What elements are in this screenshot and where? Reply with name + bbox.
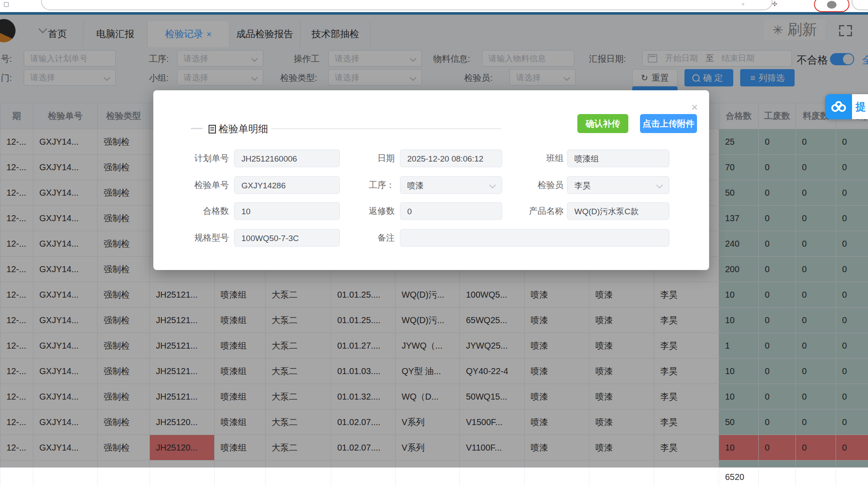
netdisk-widget[interactable]: 提 [825, 94, 868, 119]
summary-cell [589, 468, 654, 486]
upload-attachment-button[interactable]: 点击上传附件 [640, 114, 697, 133]
order-no-field[interactable]: GXJY14286 [234, 176, 340, 194]
browser-icon[interactable]: ▢ [3, 1, 10, 7]
close-icon[interactable]: × [691, 102, 698, 113]
bookmark-icon[interactable]: ▫ [742, 1, 749, 7]
plan-no-field-label: 计划单号 [173, 149, 229, 167]
address-bar[interactable] [41, 0, 773, 10]
inspector-field-select[interactable]: 李昊 [567, 176, 669, 194]
profile-avatar[interactable] [814, 0, 849, 12]
summary-cell [460, 468, 525, 486]
qualified-field[interactable]: 10 [234, 202, 340, 220]
process-field-select[interactable]: 喷漆 [400, 176, 502, 194]
repair-field-label: 返修数 [339, 202, 395, 220]
summary-cell [759, 468, 796, 486]
repair-field[interactable]: 0 [400, 202, 502, 220]
order-no-field-label: 检验单号 [173, 176, 229, 194]
team-field-label: 班组 [507, 149, 564, 167]
summary-cell [654, 468, 719, 486]
summary-qualified-total: 6520 [719, 468, 759, 486]
browser-menu-pill[interactable] [852, 0, 868, 10]
summary-cell [266, 468, 331, 486]
spec-field-label: 规格型号 [173, 229, 229, 247]
screen: 首页电脑汇报检验记录×成品检验报告技术部抽检 ✳ 刷新 号: 请输入计划单号 工… [0, 0, 868, 486]
summary-cell [525, 468, 589, 486]
process-field-label: 工序： [339, 176, 395, 194]
document-icon [209, 125, 216, 133]
summary-row: 6520 [0, 467, 868, 486]
summary-cell [150, 468, 215, 486]
summary-cell [796, 468, 836, 486]
cloud-icon [825, 94, 852, 119]
qualified-field-label: 合格数 [173, 202, 229, 220]
date-field-label: 日期 [339, 149, 395, 167]
summary-cell [836, 468, 868, 486]
remark-field-label: 备注 [339, 229, 395, 247]
title-divider [271, 128, 501, 129]
netdisk-label: 提 [852, 94, 868, 119]
summary-cell [215, 468, 266, 486]
title-dash [191, 128, 203, 129]
product-field[interactable]: WQ(D)污水泵C款 [567, 202, 669, 220]
spec-field[interactable]: 100WQ50-7-3C [234, 229, 340, 247]
summary-cell [33, 468, 98, 486]
summary-cell [98, 468, 150, 486]
product-field-label: 产品名称 [507, 202, 564, 220]
summary-cell [0, 468, 33, 486]
summary-cell [396, 468, 460, 486]
remark-field[interactable] [400, 229, 669, 247]
modal-title: 检验单明细 [209, 122, 268, 136]
avatar-icon [827, 1, 836, 9]
summary-table-row: 6520 [0, 468, 868, 486]
date-field[interactable]: 2025-12-20 08:06:12 [400, 149, 502, 167]
inspector-field-label: 检验员 [507, 176, 564, 194]
inspection-detail-modal: × 确认补传 点击上传附件 检验单明细 计划单号 JH2512160006 日期… [153, 90, 709, 270]
team-field[interactable]: 喷漆组 [567, 149, 669, 167]
plan-no-field[interactable]: JH2512160006 [234, 149, 340, 167]
extension-icon[interactable]: ✣ [772, 1, 779, 7]
confirm-resend-button[interactable]: 确认补传 [577, 114, 628, 133]
browser-chrome: ▢ ▫ ✣ [0, 0, 868, 12]
summary-cell [331, 468, 396, 486]
